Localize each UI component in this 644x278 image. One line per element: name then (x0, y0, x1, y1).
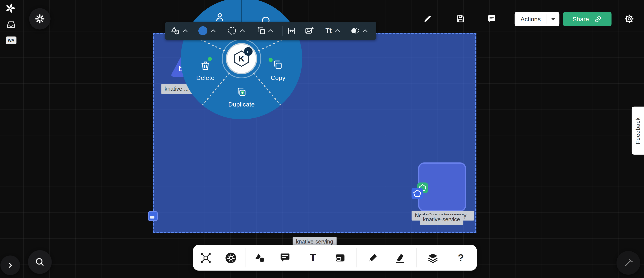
border-style-button[interactable] (227, 26, 237, 36)
text-style-button[interactable]: Tt (326, 27, 332, 34)
chevron-up-icon[interactable] (211, 29, 216, 32)
left-rail: WA (0, 0, 23, 278)
selected-node-hub[interactable]: K (226, 43, 257, 74)
chevron-up-icon[interactable] (183, 29, 188, 32)
chevron-up-icon[interactable] (363, 29, 368, 32)
opacity-button[interactable] (350, 26, 360, 36)
chevron-up-icon[interactable] (240, 29, 245, 32)
image-add-button[interactable] (304, 26, 314, 36)
feedback-label: Feedback (634, 117, 641, 144)
layers-tool[interactable] (424, 249, 442, 267)
comment-icon (487, 14, 497, 24)
actions-label: Actions (515, 12, 547, 26)
zoom-button[interactable] (28, 250, 52, 274)
chevron-down-icon[interactable] (547, 12, 559, 26)
laser-pointer-button[interactable] (616, 251, 640, 275)
kubernetes-letter: K (238, 54, 244, 63)
app-window: knative-... knative-serving NodeGroupInv… (0, 0, 644, 278)
save-button[interactable] (453, 11, 468, 26)
duplicate-icon[interactable] (236, 86, 247, 98)
settings-button[interactable] (622, 11, 636, 26)
color-swatch-button[interactable] (198, 26, 208, 35)
pencil-icon (422, 14, 432, 24)
status-dot (208, 57, 212, 61)
user-icon[interactable] (214, 11, 226, 23)
delete-menu-item[interactable]: Delete (196, 74, 214, 81)
save-icon (456, 14, 466, 24)
actions-dropdown[interactable]: Actions (515, 12, 560, 26)
service-label: knative-service (420, 215, 463, 224)
laser-pointer-icon (623, 258, 634, 268)
link-icon (594, 15, 602, 23)
copy-icon[interactable] (272, 59, 283, 70)
frame-tool[interactable] (331, 249, 349, 267)
namespace-badge: n (244, 47, 252, 56)
delete-icon[interactable] (200, 60, 211, 71)
knative-icon-blue (412, 188, 423, 199)
flow-tool[interactable] (197, 249, 215, 267)
duplicate-menu-item[interactable]: Duplicate (228, 101, 255, 108)
app-logo (5, 3, 16, 14)
chevron-up-icon[interactable] (335, 29, 340, 32)
mini-node[interactable] (148, 211, 158, 221)
main-menu-button[interactable] (29, 8, 50, 29)
kubernetes-icon (225, 252, 236, 264)
wa-badge[interactable]: WA (6, 36, 16, 44)
magnifier-icon (34, 257, 45, 268)
status-dot (268, 58, 273, 62)
edit-button[interactable] (420, 11, 435, 26)
comments-button[interactable] (484, 11, 499, 26)
shapes-tool[interactable] (251, 249, 269, 267)
help-tool[interactable]: ? (452, 249, 470, 267)
chevron-up-icon[interactable] (268, 29, 273, 32)
bottom-toolbar: T ? (193, 245, 477, 271)
archive-icon[interactable] (6, 20, 16, 30)
pen-tool[interactable] (364, 249, 382, 267)
chevron-right-icon (6, 261, 15, 270)
gear-icon (624, 14, 634, 24)
dock-divider (416, 248, 417, 268)
toolbar-divider (282, 26, 283, 36)
comment-tool[interactable] (276, 249, 294, 267)
share-button[interactable]: Share (563, 12, 612, 26)
copy-style-button[interactable] (257, 26, 266, 36)
text-width-button[interactable] (286, 26, 296, 36)
asterisk-icon (34, 14, 45, 24)
highlighter-tool[interactable] (391, 249, 409, 267)
feedback-tab[interactable]: Feedback (632, 107, 644, 154)
kubernetes-tool[interactable] (222, 249, 240, 267)
dock-divider (356, 248, 357, 268)
dock-divider (246, 248, 246, 268)
share-label: Share (572, 15, 589, 23)
text-tool[interactable]: T (304, 249, 322, 267)
expand-panel-button[interactable] (0, 255, 20, 275)
radial-context-menu: Delete Copy Duplicate K n (181, 0, 302, 119)
copy-menu-item[interactable]: Copy (271, 74, 286, 81)
context-toolbar: Tt (165, 22, 376, 40)
shape-style-button[interactable] (170, 26, 180, 36)
